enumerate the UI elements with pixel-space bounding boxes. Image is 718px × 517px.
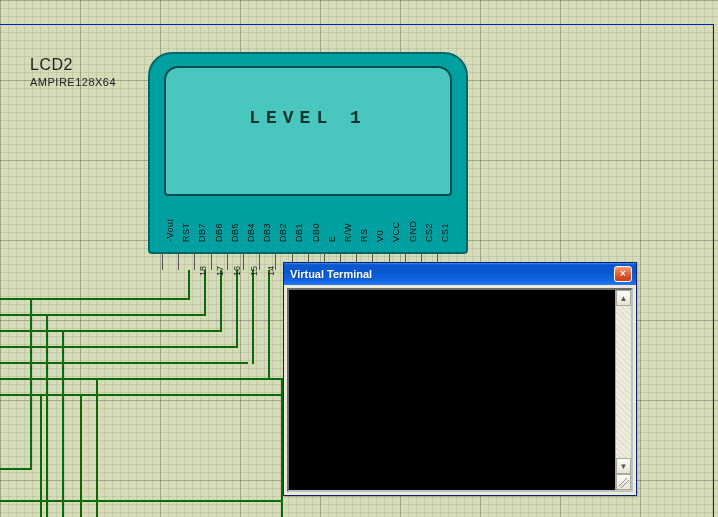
pin-label: DB7: [198, 196, 207, 246]
pin-label: DB0: [312, 196, 321, 246]
wire: [252, 270, 254, 364]
pin-label: DB1: [295, 196, 304, 246]
pin-label: CS2: [425, 196, 434, 246]
close-button[interactable]: ×: [614, 266, 632, 282]
wire: [268, 270, 270, 380]
wire: [236, 270, 238, 348]
pin-label: V0: [376, 196, 385, 246]
wire: [0, 346, 237, 348]
titlebar[interactable]: Virtual Terminal ×: [284, 263, 636, 285]
wire: [30, 298, 32, 470]
pin-number: 18: [198, 266, 207, 276]
resize-handle[interactable]: [616, 474, 631, 490]
pin-label: VCC: [392, 196, 401, 246]
grip-icon: [619, 478, 629, 488]
lcd-display-text: LEVEL 1: [166, 68, 450, 128]
wire: [40, 394, 42, 517]
wire: [96, 378, 98, 517]
window-body: ▲ ▼: [284, 285, 636, 495]
pin-label: DB3: [263, 196, 272, 246]
wire: [80, 394, 82, 517]
wire: [0, 378, 282, 380]
scrollbar-vertical[interactable]: ▲ ▼: [615, 290, 631, 490]
lcd-body: LEVEL 1 -Vout RST DB7 DB6 DB5 DB4 DB3 DB…: [148, 52, 468, 254]
pin-label: RS: [360, 196, 369, 246]
wire: [204, 270, 206, 316]
pin-label: E: [328, 196, 337, 246]
pin-number: 14: [266, 266, 275, 276]
lcd-screen: LEVEL 1: [164, 66, 452, 196]
schematic-canvas[interactable]: LCD2 AMPIRE128X64 LEVEL 1 -Vout RST DB7 …: [0, 0, 718, 517]
lcd-component[interactable]: LEVEL 1 -Vout RST DB7 DB6 DB5 DB4 DB3 DB…: [148, 52, 468, 254]
wire: [0, 500, 282, 502]
pin-label: RST: [182, 196, 191, 246]
pin-number: 16: [232, 266, 241, 276]
scroll-down-button[interactable]: ▼: [616, 458, 631, 474]
chevron-up-icon: ▲: [620, 294, 628, 303]
terminal-frame: ▲ ▼: [287, 288, 633, 492]
wire: [220, 270, 222, 332]
pin-label: GND: [409, 196, 418, 246]
chevron-down-icon: ▼: [620, 462, 628, 471]
close-icon: ×: [620, 269, 626, 279]
pin-label: R/W: [344, 196, 353, 246]
wire: [0, 362, 248, 364]
wire: [0, 298, 190, 300]
pin-label: -Vout: [166, 196, 175, 246]
pin-label: CS1: [441, 196, 450, 246]
wire: [0, 330, 221, 332]
pin-label: DB2: [279, 196, 288, 246]
pin-label: DB5: [231, 196, 240, 246]
pin-label: DB6: [215, 196, 224, 246]
lcd-pin-numbers: 18 17 16 15 14 13: [198, 266, 292, 276]
wire: [0, 468, 32, 470]
window-title: Virtual Terminal: [290, 268, 614, 280]
component-label[interactable]: LCD2 AMPIRE128X64: [30, 56, 116, 88]
wire: [46, 314, 48, 517]
lcd-pin-labels: -Vout RST DB7 DB6 DB5 DB4 DB3 DB2 DB1 DB…: [164, 196, 452, 246]
virtual-terminal-window[interactable]: Virtual Terminal × ▲ ▼: [283, 262, 637, 496]
pin-number: 15: [249, 266, 258, 276]
wire: [188, 270, 190, 300]
pin-label: DB4: [247, 196, 256, 246]
wire: [62, 330, 64, 517]
terminal-output[interactable]: [289, 290, 615, 490]
component-reference: LCD2: [30, 56, 116, 74]
pin-number: 17: [215, 266, 224, 276]
scroll-up-button[interactable]: ▲: [616, 290, 631, 306]
wire: [0, 394, 282, 396]
scroll-track[interactable]: [616, 306, 631, 458]
component-value: AMPIRE128X64: [30, 76, 116, 88]
